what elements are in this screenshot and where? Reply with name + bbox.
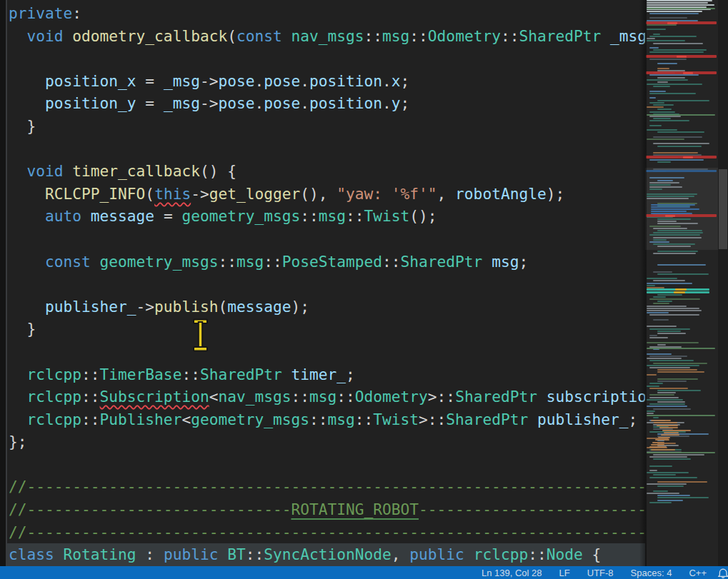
minimap-code-mark [647, 411, 655, 412]
code-editor-area[interactable]: private: void odometry_callback(const na… [7, 0, 645, 566]
minimap[interactable] [645, 0, 718, 566]
minimap-code-mark [647, 342, 699, 343]
code-token [64, 162, 73, 180]
code-line[interactable]: //-----------------------------ROTATING_… [7, 498, 645, 521]
code-token: :: [528, 545, 547, 563]
vscode-editor-window: { "app": {"description": "Dark-theme cod… [0, 0, 728, 579]
code-line[interactable]: auto message = geometry_msgs::msg::Twist… [7, 205, 645, 228]
code-token: this [154, 185, 191, 203]
code-line[interactable]: //--------------------------------------… [7, 521, 645, 544]
code-token: RCLCPP_INFO [45, 185, 145, 203]
status-encoding[interactable]: UTF-8 [587, 568, 614, 578]
minimap-code-mark [657, 109, 672, 110]
code-token [9, 388, 27, 406]
code-token: :: [382, 253, 401, 271]
code-line[interactable] [7, 47, 645, 70]
minimap-code-mark [647, 40, 685, 41]
code-line[interactable]: }; [7, 431, 645, 453]
minimap-code-mark [649, 13, 699, 14]
minimap-code-mark [647, 406, 687, 407]
minimap-code-mark [657, 390, 701, 391]
code-token: ; [519, 253, 528, 271]
status-eol-sequence[interactable]: LF [559, 568, 570, 578]
minimap-code-mark [657, 131, 704, 133]
code-token: :: [355, 411, 374, 428]
code-token: private [9, 4, 72, 22]
code-line[interactable]: private: [7, 2, 645, 25]
vertical-scrollbar[interactable] [718, 0, 728, 566]
code-line[interactable]: RCLCPP_INFO(this->get_logger(), "yaw: '%… [7, 183, 645, 206]
minimap-code-mark [657, 344, 666, 346]
code-line[interactable] [7, 273, 645, 296]
status-language-mode[interactable]: C++ [689, 568, 707, 578]
code-token: msg [382, 27, 409, 45]
code-line[interactable]: rclcpp::TimerBase::SharedPtr timer_; [7, 363, 645, 386]
code-token: y [392, 94, 401, 112]
code-line[interactable]: //--------------------------------------… [7, 475, 645, 498]
minimap-code-mark [649, 102, 664, 104]
code-line[interactable]: publisher_->publish(message); [7, 296, 645, 318]
code-token: pose [264, 94, 300, 112]
minimap-code-mark [657, 81, 668, 83]
minimap-code-mark [647, 308, 699, 309]
code-line[interactable] [7, 228, 645, 251]
minimap-code-mark [647, 4, 714, 6]
minimap-code-mark [653, 232, 703, 233]
code-line[interactable]: void timer_callback() { [7, 160, 645, 183]
minimap-code-mark [649, 111, 675, 113]
minimap-code-mark [653, 296, 666, 298]
code-token: public [409, 545, 464, 563]
code-token: >:: [419, 411, 446, 428]
minimap-code-mark [647, 312, 669, 313]
code-line[interactable]: void odometry_callback(const nav_msgs::m… [7, 25, 645, 48]
code-line[interactable]: class Rotating : public BT::SyncActionNo… [7, 543, 645, 566]
minimap-code-mark [649, 477, 697, 478]
minimap-code-mark [657, 378, 698, 380]
minimap-code-mark [649, 93, 696, 94]
minimap-code-mark [657, 221, 677, 222]
editor-left-edge [0, 0, 6, 566]
minimap-code-mark [657, 100, 709, 101]
minimap-code-mark [657, 369, 697, 371]
minimap-code-mark [647, 139, 684, 140]
code-token: message [227, 298, 291, 316]
code-line[interactable]: rclcpp::Publisher<geometry_msgs::msg::Tw… [7, 408, 645, 431]
minimap-code-mark [649, 241, 669, 243]
code-line[interactable]: position_y = _msg->pose.pose.position.y; [7, 92, 645, 115]
code-token [9, 298, 45, 316]
code-token: . [254, 94, 264, 112]
code-token: SharedPtr [401, 253, 483, 271]
bell-notifications-icon[interactable] [717, 568, 728, 578]
status-indentation[interactable]: Spaces: 4 [631, 568, 672, 578]
code-line[interactable] [7, 453, 645, 476]
code-token: :: [218, 253, 236, 271]
minimap-code-mark [658, 437, 670, 438]
code-line[interactable]: const geometry_msgs::msg::PoseStamped::S… [7, 251, 645, 273]
minimap-code-mark [649, 403, 685, 405]
minimap-code-mark [649, 356, 687, 357]
code-line[interactable]: } [7, 318, 645, 341]
minimap-code-mark [649, 159, 704, 161]
code-token: :: [81, 411, 100, 428]
code-line[interactable] [7, 138, 645, 161]
minimap-code-mark [662, 430, 691, 431]
minimap-code-mark [647, 374, 657, 376]
code-line[interactable]: } [7, 115, 645, 138]
code-line[interactable]: rclcpp::Subscription<nav_msgs::msg::Odom… [7, 386, 645, 408]
code-token: Node [547, 545, 583, 563]
code-token: subscription_ [547, 388, 645, 406]
code-token: pose [218, 94, 254, 112]
minimap-code-mark [657, 77, 685, 79]
code-line[interactable]: position_x = _msg->pose.pose.position.x; [7, 70, 645, 93]
minimap-code-mark [657, 251, 698, 252]
code-token: auto [45, 207, 81, 225]
code-token: _msg [164, 94, 200, 112]
code-token: SyncActionNode [264, 545, 392, 563]
scrollbar-thumb[interactable] [719, 169, 727, 249]
minimap-code-mark [657, 401, 685, 403]
minimap-code-mark [647, 193, 697, 195]
status-cursor-position[interactable]: Ln 139, Col 28 [482, 568, 542, 578]
code-line[interactable] [7, 341, 645, 363]
minimap-code-mark [653, 239, 667, 241]
code-token: . [382, 94, 392, 112]
